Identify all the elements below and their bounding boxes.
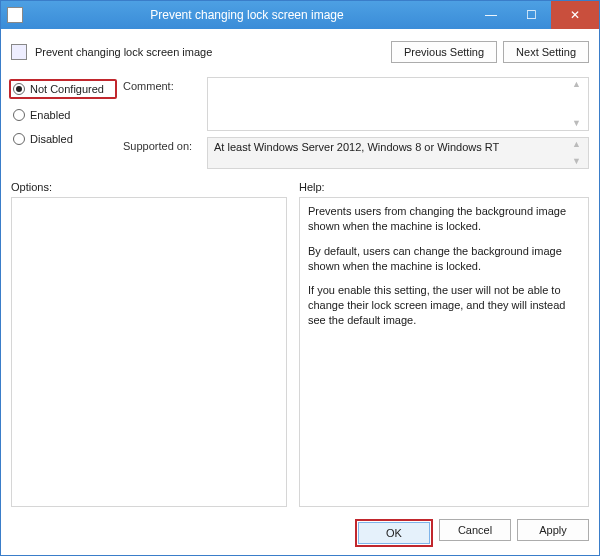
next-setting-button[interactable]: Next Setting [503,41,589,63]
state-radios: Not Configured Enabled Disabled [11,77,117,169]
titlebar: Prevent changing lock screen image — ☐ ✕ [1,1,599,29]
options-column: Options: [11,181,287,507]
policy-dialog: Prevent changing lock screen image — ☐ ✕… [0,0,600,556]
options-label: Options: [11,181,287,193]
panels-row: Options: Help: Prevents users from chang… [11,181,589,507]
supported-label: Supported on: [123,137,201,169]
help-paragraph: If you enable this setting, the user wil… [308,283,580,328]
window-title: Prevent changing lock screen image [23,8,471,22]
previous-setting-button[interactable]: Previous Setting [391,41,497,63]
radio-label: Not Configured [30,83,104,95]
scroll-indicator: ▲▼ [572,80,586,128]
dialog-footer: OK Cancel Apply [11,511,589,547]
options-panel [11,197,287,507]
window-controls: — ☐ ✕ [471,1,599,29]
help-paragraph: Prevents users from changing the backgro… [308,204,580,234]
radio-dot-icon [13,83,25,95]
maximize-button[interactable]: ☐ [511,1,551,29]
radio-label: Enabled [30,109,70,121]
supported-value: At least Windows Server 2012, Windows 8 … [214,141,499,153]
ok-highlight: OK [355,519,433,547]
supported-text: At least Windows Server 2012, Windows 8 … [207,137,589,169]
nav-buttons: Previous Setting Next Setting [391,41,589,63]
help-panel: Prevents users from changing the backgro… [299,197,589,507]
comment-label: Comment: [123,77,201,131]
radio-not-configured[interactable]: Not Configured [9,79,117,99]
scroll-indicator: ▲▼ [572,140,586,166]
apply-button[interactable]: Apply [517,519,589,541]
dialog-body: Prevent changing lock screen image Previ… [1,29,599,555]
radio-disabled[interactable]: Disabled [11,131,117,147]
help-column: Help: Prevents users from changing the b… [299,181,589,507]
radio-dot-icon [13,133,25,145]
comment-field: Comment: ▲▼ [123,77,589,131]
comment-textarea[interactable]: ▲▼ [207,77,589,131]
config-row: Not Configured Enabled Disabled Comment:… [11,77,589,169]
radio-label: Disabled [30,133,73,145]
policy-icon [11,44,27,60]
supported-field: Supported on: At least Windows Server 20… [123,137,589,169]
policy-title: Prevent changing lock screen image [35,46,383,58]
help-label: Help: [299,181,589,193]
minimize-button[interactable]: — [471,1,511,29]
radio-dot-icon [13,109,25,121]
radio-enabled[interactable]: Enabled [11,107,117,123]
meta-fields: Comment: ▲▼ Supported on: At least Windo… [123,77,589,169]
ok-button[interactable]: OK [358,522,430,544]
help-paragraph: By default, users can change the backgro… [308,244,580,274]
app-icon [7,7,23,23]
cancel-button[interactable]: Cancel [439,519,511,541]
header-row: Prevent changing lock screen image Previ… [11,37,589,67]
close-button[interactable]: ✕ [551,1,599,29]
